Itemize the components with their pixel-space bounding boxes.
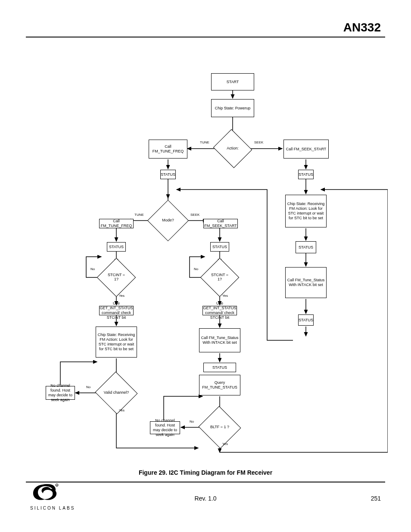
- lbl-seek2: SEEK: [190, 213, 199, 217]
- page: AN332: [0, 0, 411, 532]
- lbl-no1: No: [90, 267, 95, 271]
- l-stcint-diamond: STCINT = 1?: [103, 264, 130, 291]
- lbl-yes1: Yes: [119, 294, 125, 298]
- lbl-yes4: Yes: [222, 442, 228, 446]
- r-query: STATUS: [203, 363, 236, 372]
- flowchart: START Chip State: Powerup Action: TUNE S…: [34, 52, 388, 465]
- action-diamond: Action:: [218, 136, 247, 162]
- lbl-seek: SEEK: [254, 140, 263, 144]
- fr-status2: STATUS: [298, 314, 314, 326]
- r-callseek: Call FM_SEEK_START: [203, 219, 238, 228]
- page-number: 251: [371, 495, 381, 502]
- r-query2: Query FM_TUNE_STATUS: [199, 375, 240, 395]
- l-status: STATUS: [107, 242, 126, 252]
- page-title: AN332: [343, 21, 381, 34]
- l-getint: Use GET_INT_STATUS command/ check STCINT…: [99, 306, 134, 315]
- logo-text: SILICON LABS: [30, 506, 75, 510]
- silicon-labs-logo: R SILICON LABS: [30, 483, 78, 515]
- lbl-yes3: Yes: [222, 294, 228, 298]
- chipstate-box: Chip State: Powerup: [211, 99, 254, 117]
- fr-chip-rx: Chip State: Receiving FM Action: Look fo…: [285, 195, 327, 227]
- lbl-no4: No: [190, 420, 194, 423]
- l-chipstate: Call FM_TUNE_FREQ: [99, 219, 134, 228]
- lbl-no2: No: [86, 385, 90, 389]
- host-sets: No channel found. Host may decide to see…: [150, 421, 180, 434]
- r-chip-rx: Call FM_Tune_Status With INTACK bit set: [199, 328, 240, 352]
- mode-diamond: Mode?: [153, 206, 183, 235]
- call-fm-tune-freq: Call FM_TUNE_FREQ: [149, 140, 187, 159]
- lbl-tune2: TUNE: [134, 213, 144, 217]
- r-getint: Use GET_INT_STATUS command/ check STCINT…: [202, 306, 237, 315]
- r-stcint-diamond: STCINT = 1?: [206, 264, 234, 291]
- status-1: STATUS: [160, 170, 176, 179]
- rule-top: [26, 37, 385, 37]
- lbl-yes2: Yes: [119, 408, 125, 412]
- figure-caption: Figure 29. I2C Timing Diagram for FM Rec…: [139, 469, 272, 476]
- seek-fail: No channel found. Host may decide to see…: [46, 386, 75, 400]
- bltf-diamond: BLTF = 1 ?: [204, 413, 235, 442]
- fr-call-seek: Call FM_SEEK_START: [283, 140, 329, 159]
- valid-diamond: Valid channel?: [101, 378, 132, 408]
- fr-call-tune: Call FM_Tune_Status With INTACK bit set: [285, 267, 327, 298]
- lbl-no3: No: [194, 267, 198, 271]
- l-call-tune-status: Chip State: Receiving FM Action: Look fo…: [96, 327, 137, 358]
- revision: Rev. 1.0: [194, 495, 216, 502]
- start-box: START: [211, 73, 254, 90]
- rule-bottom: [26, 482, 385, 482]
- svg-text:R: R: [56, 484, 58, 487]
- fr-getint: STATUS: [296, 241, 316, 253]
- fr-status: STATUS: [298, 170, 314, 179]
- lbl-tune: TUNE: [200, 140, 209, 144]
- r-status: STATUS: [210, 242, 229, 252]
